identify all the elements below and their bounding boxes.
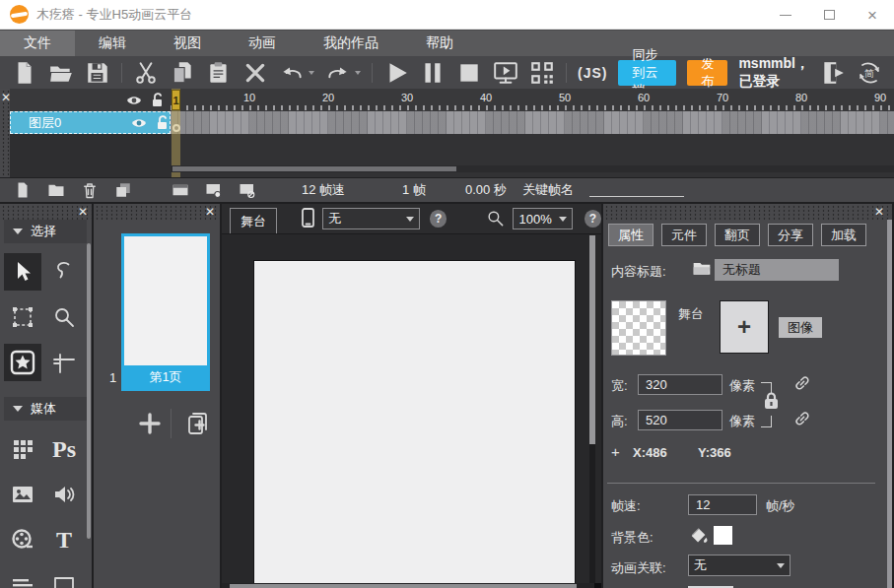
fps-input[interactable]: 12 [688,494,757,515]
selection-tool[interactable] [4,253,41,291]
new-file-icon[interactable] [12,60,37,86]
qr-code-icon[interactable] [529,60,555,86]
timeline-hscrollbar-thumb[interactable] [172,166,456,171]
paint-bucket-icon[interactable] [688,525,710,547]
redo-icon[interactable] [325,60,351,86]
video-tool[interactable] [4,521,41,558]
undo-dropdown-icon[interactable] [309,71,314,75]
pause-icon[interactable] [420,60,446,86]
undo-icon[interactable] [279,60,305,86]
stage-hscrollbar-thumb[interactable] [230,584,577,588]
zoom-tool[interactable] [45,298,83,336]
open-file-icon[interactable] [48,60,74,86]
delete-icon[interactable] [242,60,268,86]
width-input[interactable]: 320 [638,374,722,395]
zoom-select[interactable]: 100% [513,208,572,229]
media-library-tool[interactable] [4,430,41,468]
tab-share[interactable]: 分享 [768,224,813,246]
tab-properties[interactable]: 属性 [608,224,653,246]
duplicate-layer-icon[interactable] [114,181,132,199]
stage-vscrollbar-thumb[interactable] [589,235,595,444]
sync-cloud-button[interactable]: 同步到云端 [618,60,676,86]
menu-edit[interactable]: 编辑 [75,31,150,56]
stage-hscrollbar[interactable] [222,583,601,588]
guides-tool[interactable] [45,344,83,381]
stage-tab[interactable]: 舞台 [230,208,277,233]
tab-components[interactable]: 元件 [661,224,707,246]
zoom-stage-icon[interactable] [486,209,505,228]
image-tool[interactable] [4,476,41,513]
pages-panel-close-icon[interactable]: ✕ [205,206,215,218]
tools-panel-scrollbar[interactable] [87,243,91,539]
maximize-button[interactable] [807,0,851,30]
media-section-header[interactable]: 媒体 [4,397,87,421]
width-link-icon[interactable] [792,373,812,393]
menu-file[interactable]: 文件 [0,31,75,56]
preview-icon[interactable] [493,60,518,86]
content-title-input[interactable]: 无标题 [715,259,839,281]
layer-eye-icon[interactable] [131,117,147,129]
close-button[interactable]: × [851,0,894,30]
menu-view[interactable]: 视图 [150,31,225,56]
stage-vscrollbar[interactable] [589,235,595,583]
delete-layer-icon[interactable] [81,181,99,199]
cut-icon[interactable] [133,60,159,86]
duplicate-page-button[interactable] [180,407,216,440]
tools-panel-close-icon[interactable]: ✕ [78,206,88,218]
content-folder-icon[interactable] [692,259,712,277]
pages-panel-drag-handle[interactable] [94,204,220,220]
transform-tool[interactable] [4,298,41,336]
menu-my-works[interactable]: 我的作品 [300,31,402,56]
tab-loading[interactable]: 加载 [821,224,866,246]
constrain-lock-icon[interactable] [763,391,780,411]
properties-panel-close-icon[interactable]: ✕ [874,206,884,218]
insert-blank-keyframe-icon[interactable] [239,181,256,199]
symbol-tool[interactable] [4,344,41,381]
copy-icon[interactable] [170,60,195,86]
add-image-button[interactable]: + [720,300,769,354]
layer-frame-track[interactable] [171,111,894,134]
stop-icon[interactable] [456,60,482,86]
timeline-hscrollbar[interactable] [171,165,894,172]
new-layer-icon[interactable] [14,181,32,199]
minimize-button[interactable] [764,0,807,30]
frame-ruler[interactable]: 10 20 30 40 50 60 70 80 90 [171,89,894,111]
insert-keyframe-icon[interactable] [205,181,223,199]
playhead[interactable]: 1 [172,90,180,110]
layer-folder-icon[interactable] [47,181,65,199]
menu-animation[interactable]: 动画 [225,31,300,56]
height-link-icon[interactable] [792,409,812,428]
add-page-button[interactable] [133,407,167,440]
publish-button[interactable]: 发布 [687,60,727,86]
properties-scrollbar[interactable] [887,220,892,588]
device-select[interactable]: 无 [322,208,420,229]
insert-frame-icon[interactable] [172,181,189,199]
paste-icon[interactable] [206,60,232,86]
stage-canvas[interactable] [254,261,575,583]
keyframe-name-input[interactable] [589,183,684,197]
logout-icon[interactable] [820,60,846,86]
play-icon[interactable] [383,60,409,86]
zoom-help-icon[interactable]: ? [585,210,601,228]
tab-page-flip[interactable]: 翻页 [715,224,760,246]
language-toggle-icon[interactable]: 简 [857,60,882,86]
save-icon[interactable] [85,60,110,86]
paragraph-text-tool[interactable] [4,566,41,588]
whiteboard-tool[interactable] [45,566,83,588]
photoshop-import-tool[interactable]: Ps [45,430,83,468]
audio-tool[interactable] [45,476,83,513]
menu-help[interactable]: 帮助 [402,31,477,56]
page-thumbnail[interactable]: 第1页 [121,233,210,391]
lock-column-unlock-icon[interactable] [151,93,165,107]
animation-link-select[interactable]: 无 [688,555,791,576]
lasso-tool[interactable] [45,253,83,291]
js-editor-button[interactable]: (JS) [578,65,607,81]
layer-unlock-icon[interactable] [156,115,170,130]
layer-row-0[interactable]: 图层0 [10,111,171,134]
text-tool[interactable]: T [45,521,83,558]
height-input[interactable]: 520 [638,410,722,430]
background-color-swatch[interactable] [714,526,732,545]
redo-dropdown-icon[interactable] [355,71,361,75]
select-section-header[interactable]: 选择 [4,220,87,243]
visibility-column-eye-icon[interactable] [126,95,142,106]
